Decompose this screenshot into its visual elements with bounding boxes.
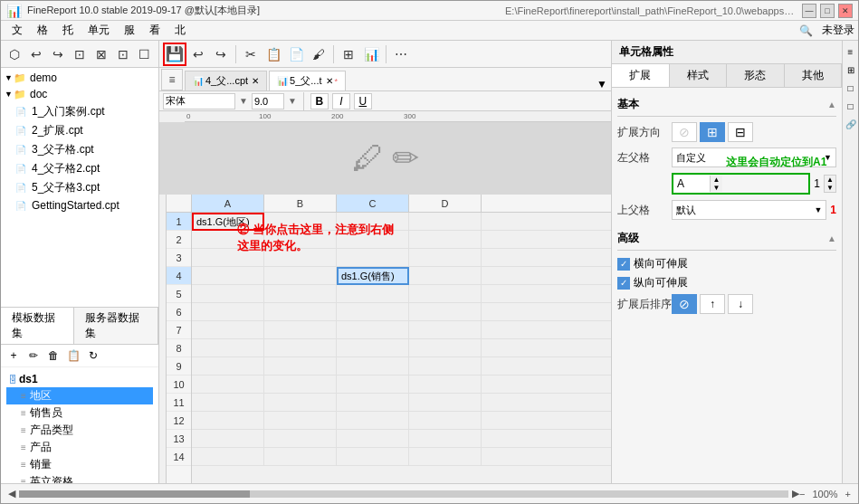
chart-button[interactable]: 📊	[360, 43, 382, 65]
cell-b11[interactable]	[264, 394, 337, 412]
undo-button[interactable]: ↩	[187, 43, 209, 65]
tree-item-demo[interactable]: ▼ 📁 demo	[1, 70, 158, 86]
format-paint-button[interactable]: 🖌	[308, 43, 329, 65]
cell-b4[interactable]	[264, 267, 337, 285]
cell-c6[interactable]	[337, 303, 409, 321]
search-button[interactable]: 🔍	[797, 22, 815, 40]
cell-b12[interactable]	[264, 412, 337, 430]
right-sidebar-icon-5[interactable]: 🔗	[844, 117, 858, 131]
scroll-right[interactable]: ▶	[792, 488, 799, 499]
refresh-dataset-button[interactable]: ↻	[84, 347, 102, 365]
zoom-minus[interactable]: −	[799, 489, 805, 499]
redo-button[interactable]: ↪	[210, 43, 232, 65]
cell-a1[interactable]: ds1.G(地区)	[192, 213, 264, 231]
right-sidebar-icon-1[interactable]: ≡	[844, 44, 858, 59]
sidebar-toggle[interactable]: ≡	[161, 69, 183, 90]
cell-a6[interactable]	[192, 303, 264, 321]
left-parent-select[interactable]: 自定义 ▼	[672, 147, 836, 167]
cell-d6[interactable]	[409, 303, 482, 321]
italic-button[interactable]: I	[332, 93, 350, 109]
cell-d2[interactable]	[409, 231, 482, 249]
col-header-b[interactable]: B	[264, 195, 337, 212]
toolbar-preview[interactable]: ⊡	[70, 43, 91, 65]
cell-a10[interactable]	[192, 376, 264, 394]
close-button[interactable]: ✕	[838, 4, 853, 18]
sort-none-button[interactable]: ⊘	[672, 294, 697, 314]
cell-b6[interactable]	[264, 303, 337, 321]
cell-c11[interactable]	[337, 394, 409, 412]
cell-c3[interactable]	[337, 249, 409, 267]
cell-b1[interactable]	[264, 213, 337, 231]
cell-b13[interactable]	[264, 430, 337, 448]
sort-desc-button[interactable]: ↓	[728, 294, 753, 314]
menu-format[interactable]: 格	[30, 21, 55, 40]
menu-cell[interactable]: 单元	[81, 21, 117, 40]
direction-horizontal-button[interactable]: ⊞	[700, 122, 725, 142]
cell-a5[interactable]	[192, 285, 264, 303]
tab-file2[interactable]: 📊 5_父...t ✕ *	[269, 71, 346, 90]
cell-c4[interactable]: ds1.G(销售)	[337, 267, 409, 285]
font-selector[interactable]	[163, 93, 235, 109]
cell-b5[interactable]	[264, 285, 337, 303]
cell-d8[interactable]	[409, 339, 482, 357]
tree-item-getting-started[interactable]: 📄 GettingStarted.cpt	[1, 197, 158, 214]
cell-b9[interactable]	[264, 357, 337, 376]
left-parent-spin-down[interactable]: ▼	[711, 184, 722, 192]
cell-d1[interactable]	[409, 213, 482, 231]
cell-c9[interactable]	[337, 357, 409, 376]
right-sidebar-icon-3[interactable]: □	[844, 81, 858, 95]
tab2-close[interactable]: ✕	[326, 76, 333, 86]
field-product[interactable]: ≡ 产品	[6, 439, 153, 456]
cell-a13[interactable]	[192, 430, 264, 448]
underline-button[interactable]: U	[354, 93, 372, 109]
tree-item-cpt5[interactable]: 📄 5_父子格3.cpt	[1, 178, 158, 197]
cell-a12[interactable]	[192, 412, 264, 430]
cell-d4[interactable]	[409, 267, 482, 285]
cell-d3[interactable]	[409, 249, 482, 267]
minimize-button[interactable]: —	[802, 4, 816, 18]
toolbar-settings[interactable]: ☐	[134, 43, 155, 65]
left-parent-spin-up[interactable]: ▲	[711, 176, 722, 184]
dataset-ds1[interactable]: 🗄 ds1	[6, 371, 153, 387]
expand-v-checkbox[interactable]	[617, 277, 630, 290]
cell-b8[interactable]	[264, 339, 337, 357]
cell-a11[interactable]	[192, 394, 264, 412]
cell-a2[interactable]	[192, 231, 264, 249]
tab1-close[interactable]: ✕	[252, 76, 259, 86]
top-parent-select[interactable]: 默认 ▼	[672, 200, 826, 220]
cell-d13[interactable]	[409, 430, 482, 448]
cell-c2[interactable]	[337, 231, 409, 249]
cell-c1[interactable]	[337, 213, 409, 231]
maximize-button[interactable]: □	[820, 4, 835, 18]
expand-h-checkbox[interactable]	[617, 258, 630, 271]
zoom-plus[interactable]: +	[845, 489, 851, 499]
tab-other[interactable]: 其他	[785, 64, 843, 87]
toolbar-run[interactable]: ⊡	[112, 43, 133, 65]
cell-c13[interactable]	[337, 430, 409, 448]
direction-none-button[interactable]: ⊘	[672, 122, 697, 142]
cell-c12[interactable]	[337, 412, 409, 430]
table-button[interactable]: ⊞	[338, 43, 359, 65]
font-size-selector[interactable]	[252, 93, 284, 109]
tab-style[interactable]: 样式	[670, 64, 728, 87]
menu-file[interactable]: 文	[5, 21, 30, 40]
tab-more-button[interactable]: ▼	[597, 78, 607, 90]
copy-dataset-button[interactable]: 📋	[64, 347, 82, 365]
tree-item-cpt1[interactable]: 📄 1_入门案例.cpt	[1, 102, 158, 121]
field-sales[interactable]: ≡ 销量	[6, 456, 153, 473]
tree-item-cpt2[interactable]: 📄 2_扩展.cpt	[1, 121, 158, 140]
cell-b7[interactable]	[264, 321, 337, 339]
tree-item-doc[interactable]: ▼ 📁 doc	[1, 86, 158, 102]
col-header-d[interactable]: D	[409, 195, 482, 212]
delete-dataset-button[interactable]: 🗑	[44, 347, 62, 365]
menu-view[interactable]: 看	[142, 21, 167, 40]
bold-button[interactable]: B	[310, 93, 329, 109]
cell-c8[interactable]	[337, 339, 409, 357]
col-header-c[interactable]: C	[337, 195, 409, 212]
field-other[interactable]: ≡ 英立资格	[6, 473, 153, 483]
right-sidebar-icon-4[interactable]: □	[844, 99, 858, 113]
cut-button[interactable]: ✂	[240, 43, 262, 65]
more-button[interactable]: ⋯	[390, 43, 412, 65]
save-button[interactable]: 💾	[163, 43, 186, 66]
cell-a9[interactable]	[192, 357, 264, 376]
